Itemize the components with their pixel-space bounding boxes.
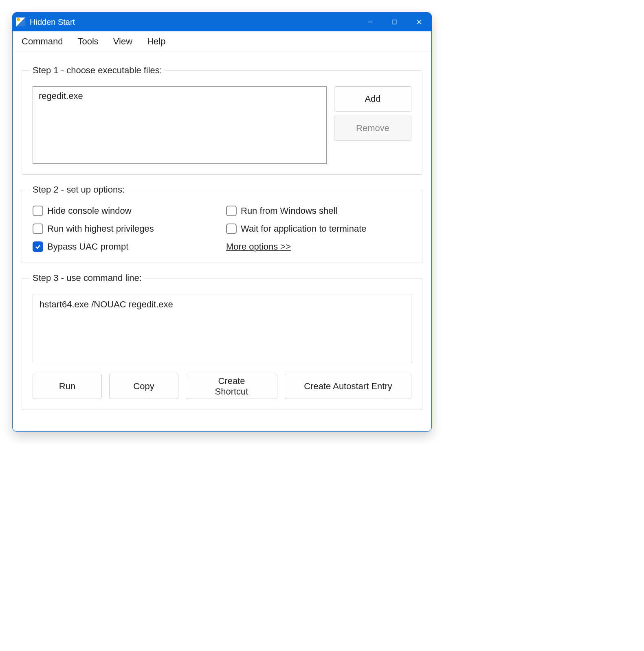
add-button[interactable]: Add (334, 86, 411, 112)
checkbox-wait-terminate[interactable]: Wait for application to terminate (226, 224, 411, 234)
checkbox-highest-priv[interactable]: Run with highest privileges (33, 224, 218, 234)
checkbox-run-from-shell[interactable]: Run from Windows shell (226, 206, 411, 216)
copy-button[interactable]: Copy (109, 374, 178, 399)
executable-listbox[interactable]: regedit.exe (33, 86, 327, 164)
step1-legend: Step 1 - choose executable files: (30, 65, 165, 76)
minimize-button[interactable] (358, 13, 382, 31)
step1-group: Step 1 - choose executable files: regedi… (22, 65, 422, 175)
checkbox-bypass-uac[interactable]: Bypass UAC prompt (33, 241, 218, 252)
menu-help[interactable]: Help (147, 36, 165, 47)
menu-command[interactable]: Command (22, 36, 63, 47)
window-title: Hidden Start (30, 18, 358, 27)
app-window: Hidden Start Command Tools View Help Ste… (12, 12, 432, 432)
create-shortcut-button[interactable]: Create Shortcut (186, 374, 277, 399)
titlebar: Hidden Start (13, 13, 431, 31)
svg-point-2 (17, 18, 20, 21)
svg-rect-4 (393, 20, 397, 24)
checkbox-hide-console[interactable]: Hide console window (33, 206, 218, 216)
list-item[interactable]: regedit.exe (39, 91, 321, 101)
checkbox-label: Wait for application to terminate (241, 224, 367, 234)
content-area: Step 1 - choose executable files: regedi… (13, 52, 431, 431)
create-autostart-button[interactable]: Create Autostart Entry (285, 374, 411, 399)
remove-button[interactable]: Remove (334, 116, 411, 141)
menu-view[interactable]: View (113, 36, 132, 47)
more-options-link[interactable]: More options >> (226, 241, 411, 252)
menubar: Command Tools View Help (13, 31, 431, 52)
checkbox-label: Run with highest privileges (47, 224, 154, 234)
step2-legend: Step 2 - set up options: (30, 184, 127, 195)
checkbox-label: Bypass UAC prompt (47, 241, 128, 252)
step2-group: Step 2 - set up options: Hide console wi… (22, 184, 422, 263)
close-button[interactable] (407, 13, 431, 31)
step3-legend: Step 3 - use command line: (30, 273, 144, 283)
maximize-button[interactable] (382, 13, 407, 31)
run-button[interactable]: Run (33, 374, 102, 399)
command-line-field[interactable] (33, 294, 411, 363)
checkbox-label: Hide console window (47, 206, 132, 216)
app-icon (16, 17, 26, 27)
step3-group: Step 3 - use command line: Run Copy Crea… (22, 273, 422, 410)
menu-tools[interactable]: Tools (77, 36, 98, 47)
checkbox-label: Run from Windows shell (241, 206, 337, 216)
